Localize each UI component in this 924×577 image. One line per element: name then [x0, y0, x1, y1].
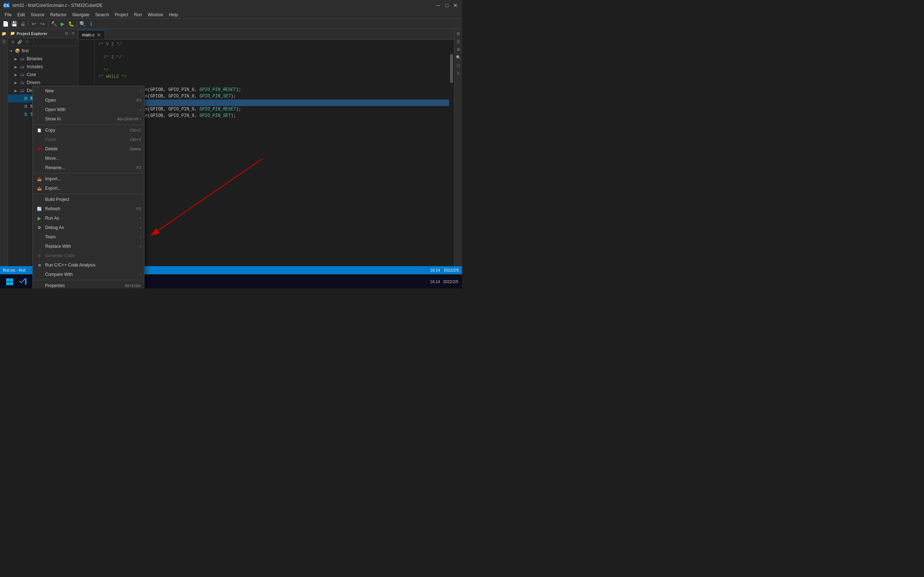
minimize-button[interactable]: ─ [435, 3, 441, 8]
code-line-3: /* 2 */ [98, 54, 451, 61]
explorer-header-icons: ⊟ ✕ [63, 31, 76, 36]
exp-tb-btn-4[interactable]: ⋮ [31, 39, 37, 45]
cm-item-delete[interactable]: ✖ Delete Delete [33, 144, 144, 154]
cm-item-debug-as[interactable]: ⚙ Debug As › [33, 223, 144, 232]
svg-rect-5 [10, 282, 13, 285]
editor-tab-main[interactable]: main.c ✕ [78, 30, 105, 39]
tb-run[interactable]: ▶ [58, 20, 66, 28]
menu-refactor[interactable]: Refactor [47, 11, 69, 18]
menu-search[interactable]: Search [92, 11, 112, 18]
tree-icon-fi: 🗎 [23, 103, 29, 109]
side-icons: 📁 ☰ [0, 29, 8, 272]
exp-tb-btn-1[interactable]: ⊟ [10, 39, 16, 45]
cm-debug-as-arrow: › [140, 225, 141, 230]
cm-compare-with-icon [36, 271, 43, 278]
maximize-button[interactable]: □ [444, 3, 450, 8]
menu-help[interactable]: Help [166, 11, 181, 18]
right-icon-2[interactable]: ☰ [455, 38, 462, 45]
editor-scrollbar[interactable] [449, 40, 454, 272]
cm-delete-shortcut: Delete [129, 147, 141, 151]
cm-item-properties[interactable]: Properties Alt+Enter [33, 281, 144, 288]
exp-tb-btn-2[interactable]: 🔗 [16, 39, 23, 45]
cm-item-compare-with[interactable]: Compare With › [33, 270, 144, 279]
right-icon-6[interactable]: ≡ [455, 70, 462, 76]
code-line-111: /* ... [98, 139, 451, 145]
cm-item-refresh[interactable]: 🔄 Refresh F5 [33, 204, 144, 213]
menu-file[interactable]: File [2, 11, 15, 18]
tree-item-first[interactable]: ▼ 📦 first [8, 47, 78, 55]
cm-show-in-label: Show In [45, 116, 117, 121]
cm-item-rename[interactable]: Rename... F2 [33, 163, 144, 172]
menu-project[interactable]: Project [112, 11, 131, 18]
menu-source[interactable]: Source [28, 11, 47, 18]
right-icon-1[interactable]: ⊞ [455, 30, 462, 37]
close-button[interactable]: ✕ [452, 3, 459, 8]
taskbar-start-icon[interactable] [3, 276, 15, 287]
cm-item-new[interactable]: New › [33, 86, 144, 95]
status-right: 16:14 2022/2/5 [430, 268, 459, 272]
cm-item-move[interactable]: Move... [33, 154, 144, 163]
cm-item-open-with[interactable]: Open With › [33, 105, 144, 114]
code-line-104: HAL_GPIO_WritePin(GPIOB, GPIO_PIN_8, GPI… [98, 93, 451, 100]
explorer-close-icon[interactable]: ✕ [70, 31, 76, 36]
code-line-4 [98, 61, 451, 67]
tree-arrow-core: ▶ [15, 73, 19, 77]
tree-item-binaries[interactable]: ▶ 🗂 Binaries [8, 55, 78, 63]
tb-sep-1 [28, 21, 29, 27]
tb-debug[interactable]: 🐛 [67, 20, 75, 28]
tree-label-first: first [22, 48, 29, 53]
cm-paste-shortcut: Ctrl+V [130, 137, 141, 142]
right-icon-4[interactable]: 🔍 [455, 54, 462, 61]
tb-redo[interactable]: ↪ [39, 20, 47, 28]
side-outline-icon[interactable]: ☰ [1, 38, 7, 45]
cm-show-in-arrow: › [140, 116, 141, 121]
cm-item-copy[interactable]: 📋 Copy Ctrl+C [33, 126, 144, 135]
cm-item-import[interactable]: 📥 Import... [33, 174, 144, 184]
tb-info[interactable]: ℹ [87, 20, 95, 28]
tree-item-drivers[interactable]: ▶ 🗂 Drivers [8, 79, 78, 87]
line-num-blank5 [78, 67, 91, 74]
code-line-105 [98, 100, 451, 106]
scrollbar-thumb[interactable] [450, 54, 453, 83]
menu-run[interactable]: Run [131, 11, 145, 18]
cm-sep-4 [33, 280, 144, 280]
side-explorer-icon[interactable]: 📁 [1, 30, 7, 37]
tab-close-icon[interactable]: ✕ [97, 32, 101, 38]
tb-save[interactable]: 💾 [10, 20, 18, 28]
line-num-blank3 [78, 54, 91, 61]
cm-item-run-analysis[interactable]: ⚙ Run C/C++ Code Analysis [33, 260, 144, 270]
cm-item-generate-code: ⚙ Generate Code [33, 251, 144, 260]
code-content[interactable]: /* V 2 */ /* 2 */ */ /* WHILE */ HAL_GPI… [95, 40, 454, 272]
tb-print[interactable]: 🖨 [19, 20, 27, 28]
cm-item-run-as[interactable]: ▶ Run As › [33, 213, 144, 223]
right-icon-3[interactable]: ⚙ [455, 46, 462, 53]
right-icon-5[interactable]: ◻ [455, 62, 462, 69]
cm-item-team[interactable]: Team › [33, 232, 144, 242]
taskbar-vscode-icon[interactable] [17, 276, 29, 287]
cm-item-build-project[interactable]: Build Project [33, 195, 144, 204]
cm-item-open[interactable]: Open F3 [33, 95, 144, 105]
tb-search[interactable]: 🔍 [78, 20, 86, 28]
menu-window[interactable]: Window [145, 11, 166, 18]
tree-item-core[interactable]: ▶ 🗂 Core [8, 71, 78, 79]
title-bar-text: stm32 - first/Core/Src/main.c - STM32Cub… [12, 3, 435, 8]
menu-navigate[interactable]: Navigate [69, 11, 92, 18]
line-num-blank4 [78, 61, 91, 67]
exp-tb-btn-3[interactable]: ▽ [24, 39, 30, 45]
tree-label-core: Core [27, 72, 36, 77]
tree-label-drivers: Drivers [27, 80, 40, 85]
tb-undo[interactable]: ↩ [30, 20, 38, 28]
tb-build[interactable]: 🔨 [50, 20, 58, 28]
cm-export-label: Export... [45, 186, 141, 191]
editor-tab-label: main.c [82, 32, 95, 37]
explorer-collapse-icon[interactable]: ⊟ [63, 31, 69, 36]
cm-item-export[interactable]: 📤 Export... [33, 184, 144, 193]
tree-item-includes[interactable]: ▶ 🗂 Includes [8, 63, 78, 71]
explorer-header: 📁 Project Explorer ⊟ ✕ [8, 29, 78, 38]
title-bar: IDE stm32 - first/Core/Src/main.c - STM3… [0, 0, 462, 11]
cm-item-show-in[interactable]: Show In Alt+Shift+W › [33, 114, 144, 124]
cm-item-replace-with[interactable]: Replace With › [33, 242, 144, 251]
menu-edit[interactable]: Edit [15, 11, 28, 18]
tb-new[interactable]: 📄 [2, 20, 10, 28]
cm-copy-icon: 📋 [36, 127, 43, 134]
